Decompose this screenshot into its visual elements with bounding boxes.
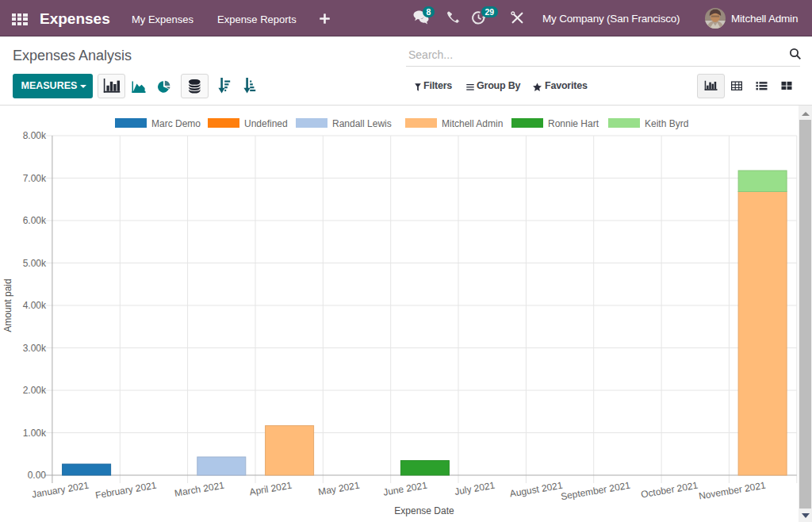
svg-text:September 2021: September 2021: [560, 480, 631, 503]
svg-text:January 2021: January 2021: [31, 480, 90, 501]
svg-text:May 2021: May 2021: [317, 480, 361, 498]
svg-text:November 2021: November 2021: [698, 480, 767, 502]
svg-text:Undefined: Undefined: [244, 118, 288, 129]
svg-text:June 2021: June 2021: [382, 480, 428, 498]
svg-text:Amount paid: Amount paid: [2, 278, 13, 332]
svg-text:July 2021: July 2021: [454, 480, 496, 497]
svg-text:February 2021: February 2021: [94, 480, 158, 501]
svg-text:Keith Byrd: Keith Byrd: [645, 118, 688, 129]
svg-text:6.00k: 6.00k: [23, 215, 47, 226]
svg-text:4.00k: 4.00k: [23, 300, 47, 311]
svg-text:August 2021: August 2021: [509, 480, 564, 500]
svg-text:Expense Date: Expense Date: [394, 505, 454, 516]
svg-text:8.00k: 8.00k: [23, 130, 47, 141]
svg-text:5.00k: 5.00k: [23, 258, 47, 269]
svg-text:March 2021: March 2021: [174, 480, 225, 499]
svg-text:Marc Demo: Marc Demo: [151, 118, 201, 129]
svg-text:Randall Lewis: Randall Lewis: [332, 118, 392, 129]
svg-text:0.00: 0.00: [28, 470, 47, 481]
svg-text:7.00k: 7.00k: [23, 173, 47, 184]
svg-text:3.00k: 3.00k: [23, 343, 47, 354]
svg-text:Mitchell Admin: Mitchell Admin: [442, 118, 503, 129]
svg-text:1.00k: 1.00k: [23, 428, 47, 439]
svg-text:Ronnie Hart: Ronnie Hart: [548, 118, 599, 129]
svg-text:October 2021: October 2021: [640, 480, 699, 501]
svg-text:2.00k: 2.00k: [23, 385, 47, 396]
